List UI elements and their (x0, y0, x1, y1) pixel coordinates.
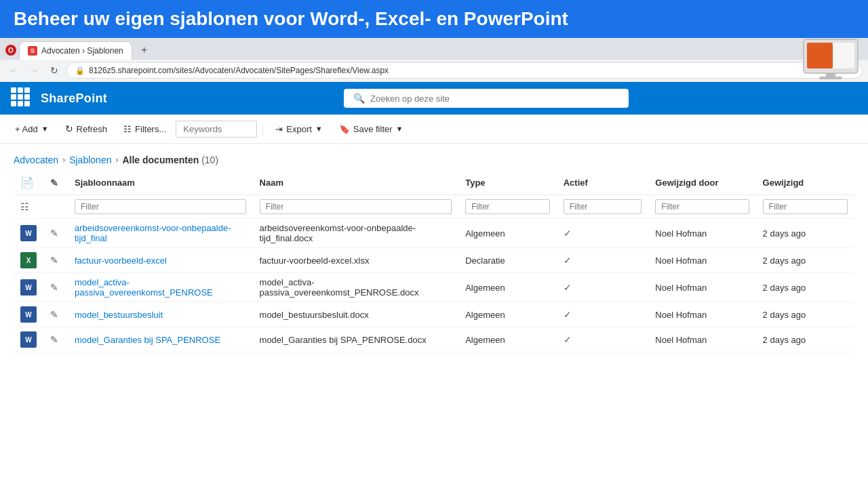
search-input[interactable] (370, 94, 619, 104)
naam-label: Naam (260, 178, 283, 188)
filter-naam[interactable] (253, 195, 459, 219)
filter-type-input[interactable] (465, 199, 550, 214)
row-file-icon[interactable]: W (14, 219, 43, 248)
address-bar[interactable]: 🔒 8126z5.sharepoint.com/sites/Advocaten/… (66, 62, 863, 79)
row-sjabloonnaam[interactable]: factuur-voorbeeld-excel (68, 248, 253, 273)
breadcrumb-advocaten[interactable]: Advocaten (14, 155, 58, 165)
filters-button[interactable]: ☷ Filters... (117, 121, 173, 138)
filter-gewijzigd[interactable] (756, 195, 854, 219)
filter-gewijzigd-input[interactable] (763, 199, 848, 214)
filter-funnel-icon: ☷ (20, 201, 29, 212)
edit-icon[interactable]: ✎ (50, 228, 58, 239)
nav-forward-button[interactable]: → (26, 62, 42, 79)
separator (262, 122, 263, 136)
banner: Beheer uw eigen sjablonen voor Word-, Ex… (0, 0, 868, 38)
document-icon: 📄 (20, 177, 34, 188)
row-edit-icon[interactable]: ✎ (43, 327, 68, 352)
filter-sjabloonnaam-input[interactable] (75, 199, 246, 214)
row-sjabloonnaam[interactable]: model_Garanties bij SPA_PENROSE (68, 327, 253, 352)
waffle-menu[interactable] (11, 87, 33, 109)
save-filter-chevron-icon: ▼ (396, 125, 403, 133)
row-gewijzigd-door: Noel Hofman (648, 302, 755, 327)
row-edit-icon[interactable]: ✎ (43, 248, 68, 273)
row-edit-icon[interactable]: ✎ (43, 302, 68, 327)
filter-type[interactable] (458, 195, 557, 219)
row-gewijzigd-door: Noel Hofman (648, 327, 755, 352)
check-icon: ✓ (564, 334, 572, 345)
row-edit-icon[interactable]: ✎ (43, 219, 68, 248)
row-naam: arbeidsovereenkomst-voor-onbepaalde-tijd… (253, 219, 459, 248)
refresh-button[interactable]: ↻ Refresh (58, 120, 115, 138)
th-gewijzigd[interactable]: Gewijzigd (756, 171, 854, 195)
browser-tab-active[interactable]: S Advocaten › Sjablonen (19, 41, 132, 60)
th-actief[interactable]: Actief (557, 171, 649, 195)
search-icon: 🔍 (353, 93, 365, 104)
row-sjabloonnaam[interactable]: arbeidsovereenkomst-voor-onbepaalde-tijd… (68, 219, 253, 248)
row-file-icon[interactable]: X (14, 248, 43, 273)
lock-icon: 🔒 (75, 66, 85, 75)
row-file-icon[interactable]: W (14, 273, 43, 302)
row-actief: ✓ (557, 327, 649, 352)
breadcrumb-sep-1: › (62, 155, 65, 165)
th-type[interactable]: Type (458, 171, 557, 195)
row-sjabloonnaam[interactable]: model_activa-passiva_overeenkomst_PENROS… (68, 273, 253, 302)
sharepoint-logo: SharePoint (41, 92, 107, 106)
table-row: W✎model_bestuursbesluitmodel_bestuursbes… (14, 302, 854, 327)
row-gewijzigd: 2 days ago (756, 273, 854, 302)
row-actief: ✓ (557, 302, 649, 327)
breadcrumb-sjablonen[interactable]: Sjablonen (69, 155, 111, 165)
filter-actief[interactable] (557, 195, 649, 219)
filter-sjabloonnaam[interactable] (68, 195, 253, 219)
refresh-icon: ↻ (65, 123, 73, 134)
search-box[interactable]: 🔍 (344, 89, 629, 108)
nav-back-button[interactable]: ← (5, 62, 22, 79)
browser-addressbar: ← → ↻ 🔒 8126z5.sharepoint.com/sites/Advo… (0, 60, 868, 81)
filter-naam-input[interactable] (260, 199, 452, 214)
edit-icon[interactable]: ✎ (50, 309, 58, 320)
edit-icon[interactable]: ✎ (50, 255, 58, 266)
nav-refresh-button[interactable]: ↻ (46, 62, 62, 79)
th-naam[interactable]: Naam (253, 171, 459, 195)
row-gewijzigd-door: Noel Hofman (648, 248, 755, 273)
breadcrumb-current: Alle documenten (10) (122, 155, 218, 165)
table-row: W✎model_Garanties bij SPA_PENROSEmodel_G… (14, 327, 854, 352)
export-button[interactable]: ⇥ Export ▼ (269, 121, 329, 138)
word-icon: W (20, 279, 37, 296)
check-icon: ✓ (564, 255, 572, 266)
row-file-icon[interactable]: W (14, 327, 43, 352)
breadcrumb: Advocaten › Sjablonen › Alle documenten … (0, 144, 868, 171)
th-gewijzigd-door[interactable]: Gewijzigd door (648, 171, 755, 195)
th-sjabloonnaam[interactable]: Sjabloonnaam (68, 171, 253, 195)
keywords-input[interactable] (176, 121, 257, 138)
th-doc-icon: 📄 (14, 171, 43, 195)
filter-gewijzigd-door-input[interactable] (655, 199, 749, 214)
filters-label: Filters... (135, 124, 166, 134)
tab-add-button[interactable]: + (135, 41, 154, 60)
save-filter-button[interactable]: 🔖 Save filter ▼ (332, 121, 410, 138)
row-gewijzigd-door: Noel Hofman (648, 273, 755, 302)
edit-icon[interactable]: ✎ (50, 334, 58, 345)
row-type: Algemeen (458, 273, 557, 302)
table-row: W✎model_activa-passiva_overeenkomst_PENR… (14, 273, 854, 302)
export-chevron-icon: ▼ (315, 125, 323, 133)
add-button[interactable]: + Add ▼ (8, 121, 56, 138)
gewijzigd-door-label: Gewijzigd door (655, 178, 718, 188)
svg-rect-2 (807, 43, 833, 68)
document-table-container: 📄 ✎ Sjabloonnaam Naam Type Actief (0, 171, 868, 352)
filter-icon-cell: ☷ (14, 195, 43, 219)
add-chevron-icon: ▼ (41, 125, 49, 133)
row-naam: model_bestuursbesluit.docx (253, 302, 459, 327)
row-naam: factuur-voorbeeld-excel.xlsx (253, 248, 459, 273)
row-file-icon[interactable]: W (14, 302, 43, 327)
edit-icon[interactable]: ✎ (50, 282, 58, 293)
filter-gewijzigd-door[interactable] (648, 195, 755, 219)
row-type: Algemeen (458, 327, 557, 352)
row-sjabloonnaam[interactable]: model_bestuursbesluit (68, 302, 253, 327)
row-edit-icon[interactable]: ✎ (43, 273, 68, 302)
table-row: W✎arbeidsovereenkomst-voor-onbepaalde-ti… (14, 219, 854, 248)
filter-row: ☷ (14, 195, 854, 219)
filter-actief-input[interactable] (564, 199, 642, 214)
row-type: Algemeen (458, 302, 557, 327)
address-text: 8126z5.sharepoint.com/sites/Advocaten/Ad… (89, 66, 389, 75)
row-type: Algemeen (458, 219, 557, 248)
